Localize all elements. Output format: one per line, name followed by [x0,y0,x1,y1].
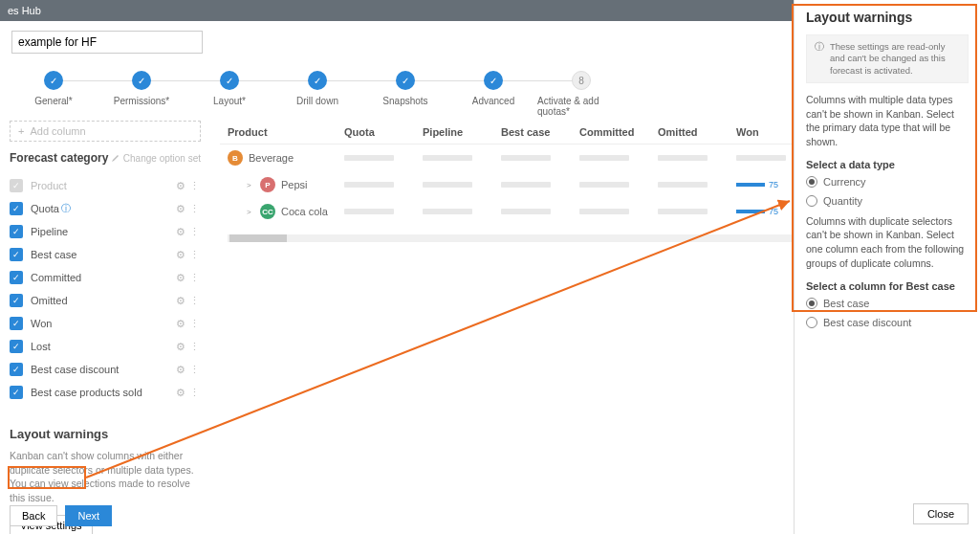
more-icon[interactable]: ⋮ [187,272,201,284]
table-header-cell: Omitted [658,126,736,138]
forecast-category-list: ✓ Product ⚙ ⋮✓ Quota ⓘ ⚙ ⋮✓ Pipeline ⚙ ⋮… [10,174,201,404]
gear-icon[interactable]: ⚙ [174,180,187,192]
gear-icon[interactable]: ⚙ [174,364,187,376]
more-icon[interactable]: ⋮ [187,318,201,330]
preview-table: ProductQuotaPipelineBest caseCommittedOm… [220,121,815,242]
wizard-step[interactable]: ✓Drill down [273,71,361,117]
table-row[interactable]: > CC Coca cola 75 [220,198,815,225]
forecast-category-item[interactable]: ✓ Best case discount ⚙ ⋮ [10,358,201,381]
forecast-category-item[interactable]: ✓ Best case products sold ⚙ ⋮ [10,381,201,404]
check-icon: ✓ [308,71,327,90]
wizard-step[interactable]: 8Activate & add quotas* [537,71,625,117]
more-icon[interactable]: ⋮ [187,295,201,307]
more-icon[interactable]: ⋮ [187,203,201,215]
forecast-category-item[interactable]: ✓ Committed ⚙ ⋮ [10,266,201,289]
layout-warnings-title: Layout warnings [10,427,201,441]
radio-best-case[interactable]: Best case [806,298,969,309]
forecast-category-item[interactable]: ✓ Omitted ⚙ ⋮ [10,289,201,312]
table-header-cell: Pipeline [423,126,501,138]
panel-text-1: Columns with multiple data types can't b… [806,93,969,149]
product-badge: CC [260,204,275,219]
select-column-bestcase-label: Select a column for Best case [806,280,969,292]
app-title: es Hub [8,5,41,16]
forecast-category-item[interactable]: ✓ Won ⚙ ⋮ [10,312,201,335]
add-column-button[interactable]: +Add column [10,121,201,142]
check-icon: ✓ [220,71,239,90]
select-data-type-label: Select a data type [806,159,969,170]
search-input[interactable] [18,35,196,49]
readonly-info: ⓘ These settings are read-only and can't… [806,34,969,83]
preview-column: ProductQuotaPipelineBest caseCommittedOm… [220,121,826,534]
horizontal-scrollbar[interactable] [228,234,807,242]
table-header-cell: Product [220,126,344,138]
table-row[interactable]: > P Pepsi 75 [220,171,815,198]
forecast-category-item[interactable]: ✓ Quota ⓘ ⚙ ⋮ [10,197,201,220]
more-icon[interactable]: ⋮ [187,341,201,353]
wizard-nav: Back Next [10,505,112,526]
wizard-step[interactable]: ✓Snapshots [361,71,449,117]
back-button[interactable]: Back [10,505,57,526]
info-icon: ⓘ [815,41,824,77]
gear-icon[interactable]: ⚙ [174,226,187,238]
pencil-icon [111,153,120,163]
forecast-category-item[interactable]: ✓ Product ⚙ ⋮ [10,174,201,197]
wizard-step[interactable]: ✓Permissions* [98,71,185,117]
gear-icon[interactable]: ⚙ [174,295,187,307]
gear-icon[interactable]: ⚙ [174,272,187,284]
radio-currency[interactable]: Currency [806,176,969,188]
gear-icon[interactable]: ⚙ [174,318,187,330]
wizard-step[interactable]: ✓Advanced [449,71,537,117]
more-icon[interactable]: ⋮ [187,226,201,238]
more-icon[interactable]: ⋮ [187,387,201,399]
table-row[interactable]: B Beverage [220,145,815,171]
close-button[interactable]: Close [913,503,969,524]
chevron-right-icon[interactable]: > [247,208,254,216]
check-icon: ✓ [132,71,151,90]
main-area: ✓General*✓Permissions*✓Layout*✓Drill dow… [0,21,794,534]
wizard-step[interactable]: ✓Layout* [185,71,273,117]
more-icon[interactable]: ⋮ [187,364,201,376]
step-number: 8 [572,71,591,90]
info-icon[interactable]: ⓘ [59,202,73,215]
radio-best-case-discount[interactable]: Best case discount [806,317,969,328]
gear-icon[interactable]: ⚙ [174,203,187,215]
checkbox-icon[interactable]: ✓ [10,248,23,261]
chevron-right-icon[interactable]: > [247,181,254,189]
checkbox-icon[interactable]: ✓ [10,340,23,353]
check-icon: ✓ [396,71,415,90]
table-header: ProductQuotaPipelineBest caseCommittedOm… [220,121,815,145]
table-header-cell: Quota [344,126,423,138]
more-icon[interactable]: ⋮ [187,180,201,192]
search-box[interactable] [11,31,203,54]
table-header-cell: Committed [579,126,658,138]
wizard-step[interactable]: ✓General* [10,71,98,117]
forecast-category-item[interactable]: ✓ Pipeline ⚙ ⋮ [10,220,201,243]
checkbox-icon[interactable]: ✓ [10,179,23,192]
next-button[interactable]: Next [65,505,112,526]
checkbox-icon[interactable]: ✓ [10,271,23,284]
more-icon[interactable]: ⋮ [187,249,201,261]
forecast-category-item[interactable]: ✓ Best case ⚙ ⋮ [10,243,201,266]
checkbox-icon[interactable]: ✓ [10,363,23,376]
forecast-category-header: Forecast category Change option set [10,151,201,165]
radio-quantity[interactable]: Quantity [806,195,969,207]
forecast-category-item[interactable]: ✓ Lost ⚙ ⋮ [10,335,201,358]
checkbox-icon[interactable]: ✓ [10,225,23,238]
checkbox-icon[interactable]: ✓ [10,202,23,215]
layout-warnings-panel: Layout warnings ⓘ These settings are rea… [794,0,980,534]
gear-icon[interactable]: ⚙ [174,341,187,353]
checkbox-icon[interactable]: ✓ [10,294,23,307]
gear-icon[interactable]: ⚙ [174,387,187,399]
change-option-set-link[interactable]: Change option set [111,153,201,164]
check-icon: ✓ [484,71,503,90]
panel-text-2: Columns with duplicate selectors can't b… [806,214,969,271]
gear-icon[interactable]: ⚙ [174,249,187,261]
table-body: B Beverage > P Pepsi 75 > CC Coca cola 7… [220,145,815,225]
layout-warnings-body: Kanban can't show columns with either du… [10,449,201,505]
checkbox-icon[interactable]: ✓ [10,317,23,330]
product-badge: B [228,150,243,166]
panel-title: Layout warnings [806,10,969,25]
checkbox-icon[interactable]: ✓ [10,386,23,399]
product-badge: P [260,177,275,192]
check-icon: ✓ [44,71,63,90]
